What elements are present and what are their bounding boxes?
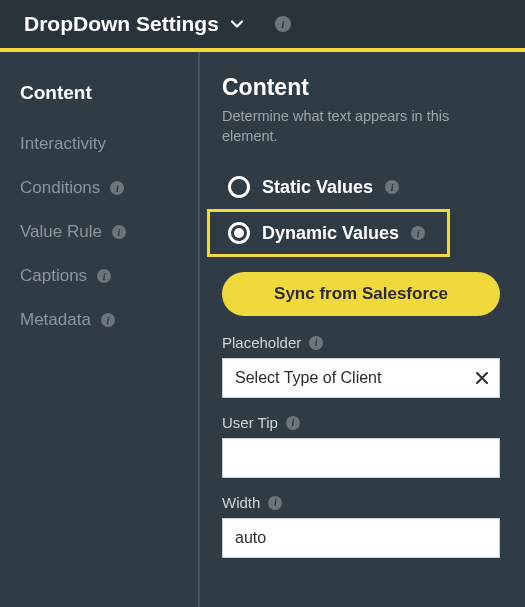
sync-from-salesforce-button[interactable]: Sync from Salesforce [222,272,500,316]
width-input[interactable] [222,518,500,558]
chevron-down-icon[interactable] [229,16,245,32]
info-icon[interactable]: i [97,269,111,283]
radio-icon [228,222,250,244]
info-icon[interactable]: i [101,313,115,327]
sidebar-item-label: Interactivity [20,134,106,154]
radio-label: Dynamic Values [262,223,399,244]
field-label: Width [222,494,260,511]
sidebar-item-content[interactable]: Content [0,74,198,122]
sidebar-item-label: Conditions [20,178,100,198]
radio-static-values[interactable]: Static Values i [222,166,503,208]
section-heading: Content [222,74,503,101]
field-user-tip: User Tip i [222,414,503,478]
sidebar-item-label: Captions [20,266,87,286]
sidebar-item-label: Metadata [20,310,91,330]
info-icon[interactable]: i [275,16,291,32]
page-title: DropDown Settings [24,12,219,36]
info-icon[interactable]: i [309,336,323,350]
field-placeholder: Placeholder i [222,334,503,398]
info-icon[interactable]: i [286,416,300,430]
sidebar: Content Interactivity Conditions i Value… [0,52,200,607]
sidebar-item-label: Content [20,82,92,104]
clear-icon[interactable] [472,368,492,388]
user-tip-input[interactable] [222,438,500,478]
radio-selected-dot [234,228,244,238]
field-label: Placeholder [222,334,301,351]
placeholder-input[interactable] [222,358,500,398]
sidebar-item-captions[interactable]: Captions i [0,254,198,298]
sidebar-item-metadata[interactable]: Metadata i [0,298,198,342]
main-panel: Content Determine what text appears in t… [200,52,525,607]
info-icon[interactable]: i [411,226,425,240]
field-width: Width i [222,494,503,558]
sidebar-item-value-rule[interactable]: Value Rule i [0,210,198,254]
info-icon[interactable]: i [112,225,126,239]
sidebar-item-conditions[interactable]: Conditions i [0,166,198,210]
info-icon[interactable]: i [268,496,282,510]
radio-dynamic-values[interactable]: Dynamic Values i [210,212,447,254]
section-description: Determine what text appears in this elem… [222,107,482,146]
radio-label: Static Values [262,177,373,198]
radio-icon [228,176,250,198]
info-icon[interactable]: i [385,180,399,194]
field-label: User Tip [222,414,278,431]
sidebar-item-label: Value Rule [20,222,102,242]
info-icon[interactable]: i [110,181,124,195]
sidebar-item-interactivity[interactable]: Interactivity [0,122,198,166]
titlebar: DropDown Settings i [0,0,525,52]
